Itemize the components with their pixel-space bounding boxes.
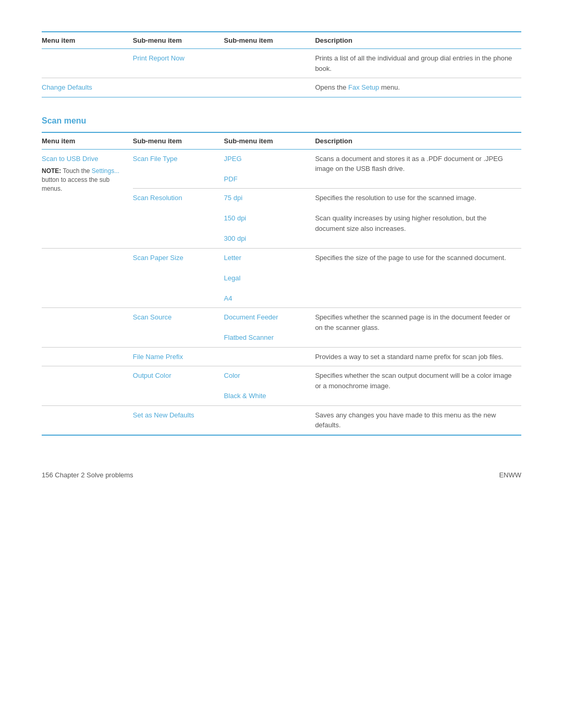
sub1-scan-paper-size: Scan Paper Size [133,248,224,308]
sub2-a4: A4 [224,294,232,302]
scan-header-desc: Description [315,132,521,150]
sub1-file-name-prefix: File Name Prefix [133,347,224,366]
menu-empty-3 [42,347,133,366]
sub2-empty [224,78,315,97]
sub2-source-options: Document Feeder Flatbed Scanner [224,308,315,348]
top-header-menu: Menu item [42,32,133,49]
settings-link: Settings... [92,167,119,175]
top-header-sub2: Sub-menu item [224,32,315,49]
top-table-section: Menu item Sub-menu item Sub-menu item De… [42,31,521,97]
sub2-300dpi: 300 dpi [224,235,247,242]
desc-set-new-defaults: Saves any changes you have made to this … [315,405,521,435]
footer: 156 Chapter 2 Solve problems ENWW [42,467,521,479]
table-row: Output Color Color Black & White Specifi… [42,366,521,406]
menu-empty-4 [42,366,133,406]
menu-empty-5 [42,405,133,435]
desc-scan-paper-size: Specifies the size of the page to use fo… [315,248,521,308]
table-row: Print Report Now Prints a list of all th… [42,49,521,78]
sub2-empty [224,49,315,78]
fax-setup-link: Fax Setup [348,83,379,91]
sub2-color-options: Color Black & White [224,366,315,406]
sub2-dpi-options: 75 dpi 150 dpi 300 dpi [224,189,315,249]
menu-empty-2 [42,308,133,348]
desc-scan-file-type: Scans a document and stores it as a .PDF… [315,149,521,189]
sub2-bw: Black & White [224,392,266,400]
sub2-pdf: PDF [224,175,238,183]
table-row: Scan Paper Size Letter Legal A4 Specifie… [42,248,521,308]
table-row: File Name Prefix Provides a way to set a… [42,347,521,366]
table-row: Scan Source Document Feeder Flatbed Scan… [42,308,521,348]
desc-change-defaults: Opens the Fax Setup menu. [315,78,521,97]
table-row: Set as New Defaults Saves any changes yo… [42,405,521,435]
top-table: Menu item Sub-menu item Sub-menu item De… [42,31,521,97]
sub2-jpeg: JPEGPDF [224,149,315,189]
sub2-empty-defaults [224,405,315,435]
sub2-150dpi: 150 dpi [224,214,247,222]
sub1-scan-resolution: Scan Resolution [133,189,224,249]
menu-scan-to-usb: Scan to USB Drive NOTE: Touch the Settin… [42,149,133,248]
desc-print-report: Prints a list of all the individual and … [315,49,521,78]
desc-output-color: Specifies whether the scan output docume… [315,366,521,406]
sub2-color: Color [224,372,240,379]
scan-to-usb-label: Scan to USB Drive [42,154,128,164]
desc-file-name-prefix: Provides a way to set a standard name pr… [315,347,521,366]
sub1-print-report: Print Report Now [133,49,224,78]
menu-empty-1 [42,248,133,308]
sub2-letter: Letter [224,254,241,262]
table-row: Scan to USB Drive NOTE: Touch the Settin… [42,149,521,189]
sub2-flatbed: Flatbed Scanner [224,334,274,341]
sub2-75dpi: 75 dpi [224,194,242,202]
footer-left: 156 Chapter 2 Solve problems [42,471,133,479]
scan-header-sub1: Sub-menu item [133,132,224,150]
sub2-paper-options: Letter Legal A4 [224,248,315,308]
desc-scan-resolution: Specifies the resolution to use for the … [315,189,521,249]
menu-item-change-defaults: Change Defaults [42,78,133,97]
top-header-desc: Description [315,32,521,49]
scan-section-heading: Scan menu [42,116,521,126]
sub1-empty [133,78,224,97]
sub1-scan-file-type: Scan File Type [133,149,224,189]
sub2-doc-feeder: Document Feeder [224,313,278,321]
table-row: Change Defaults Opens the Fax Setup menu… [42,78,521,97]
top-header-sub1: Sub-menu item [133,32,224,49]
scan-header-sub2: Sub-menu item [224,132,315,150]
sub1-output-color: Output Color [133,366,224,406]
sub1-set-new-defaults: Set as New Defaults [133,405,224,435]
scan-table: Menu item Sub-menu item Sub-menu item De… [42,132,521,436]
sub1-scan-source: Scan Source [133,308,224,348]
scan-header-menu: Menu item [42,132,133,150]
desc-scan-source: Specifies whether the scanned page is in… [315,308,521,348]
footer-right: ENWW [499,471,521,479]
sub2-empty-prefix [224,347,315,366]
scan-section: Scan menu Menu item Sub-menu item Sub-me… [42,116,521,436]
scan-note: NOTE: Touch the Settings...button to acc… [42,167,128,193]
sub2-legal: Legal [224,274,241,282]
menu-item-empty [42,49,133,78]
